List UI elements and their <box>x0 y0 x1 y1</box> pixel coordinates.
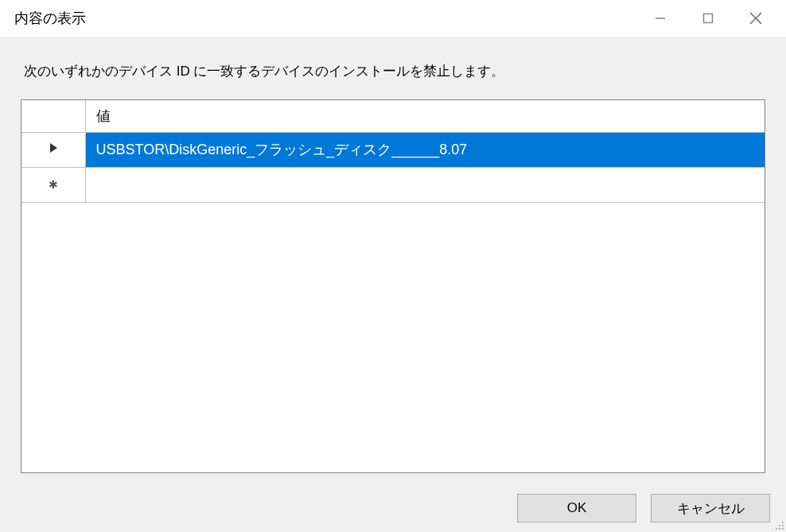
svg-point-10 <box>782 528 784 530</box>
new-row-icon: ✱ <box>49 178 58 191</box>
content-area: 次のいずれかのデバイス ID に一致するデバイスのインストールを禁止します。 値… <box>0 37 786 484</box>
titlebar: 内容の表示 <box>0 0 786 37</box>
svg-marker-4 <box>50 143 57 153</box>
svg-point-6 <box>779 525 780 526</box>
table-row[interactable]: USBSTOR\DiskGeneric_フラッシュ_ディスク______8.07 <box>21 132 765 167</box>
description-text: 次のいずれかのデバイス ID に一致するデバイスのインストールを禁止します。 <box>24 62 765 80</box>
maximize-button[interactable] <box>684 0 732 37</box>
svg-point-9 <box>779 528 780 530</box>
maximize-icon <box>702 13 714 24</box>
svg-rect-1 <box>704 14 713 23</box>
grid-table: 値 USBSTOR\DiskGeneric_フラッシュ_ディスク______8.… <box>21 100 765 203</box>
row-selector[interactable] <box>21 132 85 167</box>
minimize-icon <box>655 13 666 24</box>
current-row-icon <box>49 142 58 156</box>
window-title: 内容の表示 <box>14 9 86 28</box>
minimize-button[interactable] <box>636 0 684 37</box>
svg-point-5 <box>782 522 784 523</box>
cancel-button[interactable]: キャンセル <box>651 494 770 522</box>
dialog-window: 内容の表示 次のいずれかのデバイス ID に一致するデバイスのインストールを禁止… <box>0 0 786 532</box>
window-controls <box>636 0 786 37</box>
resize-grip[interactable] <box>773 519 784 530</box>
row-selector[interactable]: ✱ <box>21 167 85 202</box>
grid-header-row: 値 <box>21 100 765 132</box>
button-bar: OK キャンセル <box>0 484 786 532</box>
resize-grip-icon <box>773 519 784 530</box>
grid-cell-value[interactable]: USBSTOR\DiskGeneric_フラッシュ_ディスク______8.07 <box>85 132 765 167</box>
data-grid[interactable]: 値 USBSTOR\DiskGeneric_フラッシュ_ディスク______8.… <box>21 99 765 473</box>
close-button[interactable] <box>732 0 780 37</box>
grid-header-value[interactable]: 値 <box>85 100 765 132</box>
close-icon <box>749 11 763 25</box>
grid-header-rowselector[interactable] <box>21 100 85 132</box>
grid-cell-value[interactable] <box>85 167 765 202</box>
ok-button[interactable]: OK <box>517 494 636 522</box>
svg-point-7 <box>782 525 784 526</box>
svg-point-8 <box>776 528 777 530</box>
table-row[interactable]: ✱ <box>21 167 765 202</box>
